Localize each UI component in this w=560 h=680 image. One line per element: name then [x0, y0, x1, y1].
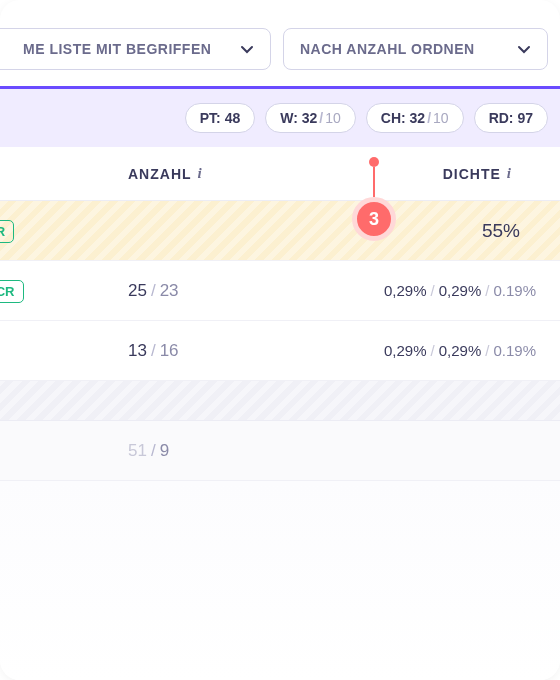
- chevron-down-icon: [240, 42, 254, 56]
- count-value: 25/23: [100, 281, 280, 301]
- tag-badge: DESCR: [0, 280, 24, 303]
- pill-rd: RD: 97: [474, 103, 548, 133]
- dropdown-sort-label: NACH ANZAHL ORDNEN: [300, 41, 475, 57]
- pill-w: W: 32/10: [265, 103, 356, 133]
- density-value: 55%: [280, 220, 560, 242]
- density-value: 0,29%/0,29%/0.19%: [280, 282, 560, 299]
- dropdown-list-terms[interactable]: ME LISTE MIT BEGRIFFEN: [0, 28, 271, 70]
- pill-ch: CH: 32/10: [366, 103, 464, 133]
- dropdown-list-label: ME LISTE MIT BEGRIFFEN: [23, 41, 211, 57]
- stats-pills: PT: 48 W: 32/10 CH: 32/10 RD: 97: [0, 89, 560, 147]
- content-fade: [0, 481, 560, 680]
- info-icon[interactable]: i: [198, 165, 203, 182]
- count-value: 13/16: [100, 341, 280, 361]
- spacer-row: [0, 381, 560, 421]
- table-row[interactable]: DESCR 25/23 0,29%/0,29%/0.19%: [0, 261, 560, 321]
- column-header-dichte[interactable]: DICHTE i: [280, 165, 512, 182]
- chevron-down-icon: [517, 42, 531, 56]
- pill-pt: PT: 48: [185, 103, 255, 133]
- data-table: ANZAHL i 3 DICHTE i ESCR 55% DESCR 25/23…: [0, 147, 560, 680]
- table-row[interactable]: P> 51/9: [0, 421, 560, 481]
- tag-badge: ESCR: [0, 220, 14, 243]
- table-header-row: ANZAHL i 3 DICHTE i: [0, 147, 560, 201]
- table-row[interactable]: 13/16 0,29%/0,29%/0.19%: [0, 321, 560, 381]
- density-value: 0,29%/0,29%/0.19%: [280, 342, 560, 359]
- dropdown-sort-count[interactable]: NACH ANZAHL ORDNEN: [283, 28, 548, 70]
- info-icon[interactable]: i: [507, 165, 512, 182]
- table-row[interactable]: ESCR 55%: [0, 201, 560, 261]
- count-value: 51/9: [100, 441, 280, 461]
- column-header-anzahl[interactable]: ANZAHL i: [128, 165, 280, 182]
